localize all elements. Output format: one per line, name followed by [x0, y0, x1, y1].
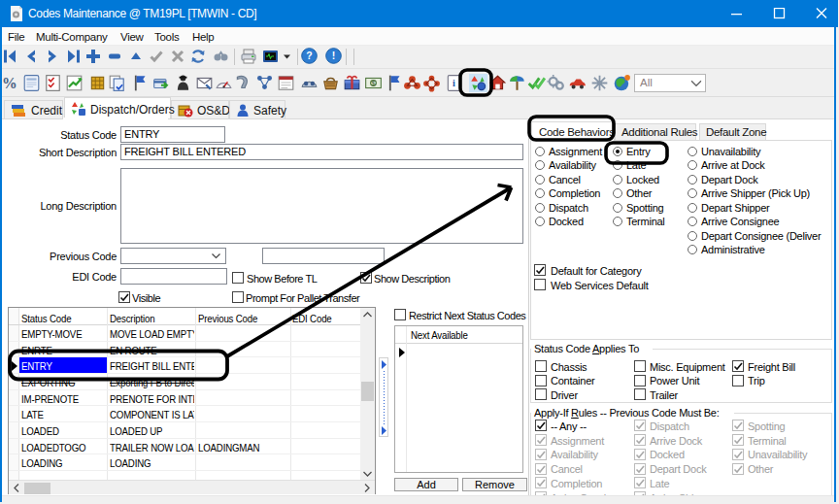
svg-text:$: $ — [371, 79, 376, 87]
svg-text:i: i — [453, 78, 455, 88]
svg-text:!: ! — [332, 50, 336, 61]
svg-text:%: % — [2, 75, 17, 91]
svg-text:?: ? — [306, 50, 312, 61]
